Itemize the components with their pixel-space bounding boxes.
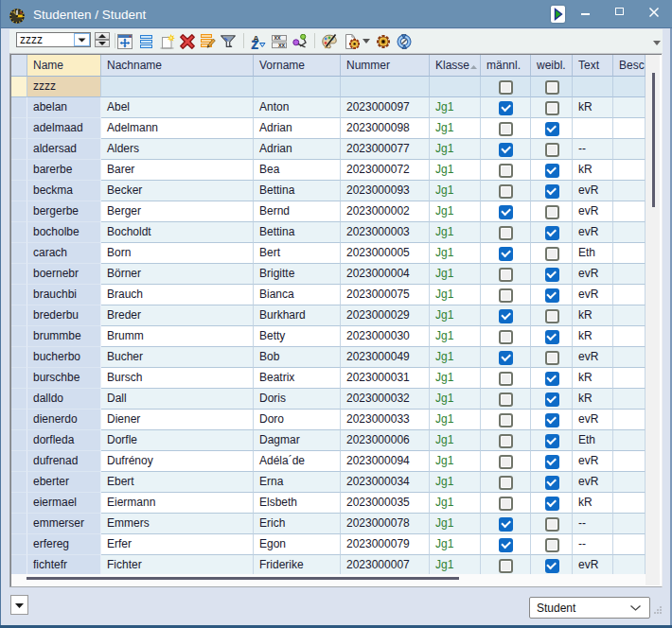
svg-text:xx: xx xyxy=(274,34,282,41)
svg-text:Z: Z xyxy=(252,39,258,50)
svg-text:xx: xx xyxy=(278,42,286,48)
